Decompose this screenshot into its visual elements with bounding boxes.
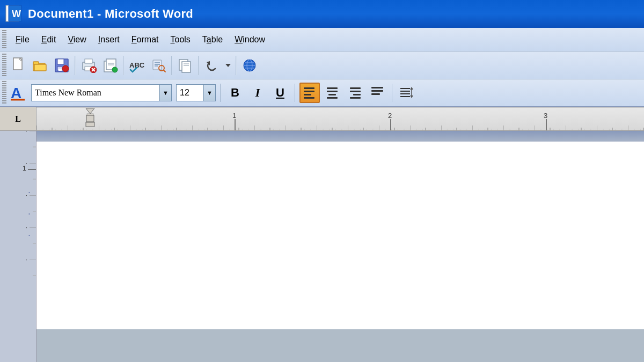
app-icon: W: [4, 4, 24, 24]
align-right-icon: [349, 87, 361, 99]
open-button[interactable]: [30, 55, 50, 76]
italic-icon: I: [255, 86, 260, 100]
font-size-dropdown-arrow[interactable]: ▼: [204, 84, 216, 101]
window-title: Document1 - Microsoft Word: [28, 7, 193, 21]
align-right-button[interactable]: [345, 83, 365, 103]
page-area: [36, 131, 644, 362]
standard-toolbar: ABC: [0, 51, 644, 79]
undo-dropdown[interactable]: [223, 55, 233, 76]
title-bar: W Document1 - Microsoft Word: [0, 0, 644, 28]
format-sep-1: [220, 84, 221, 102]
underline-icon: U: [276, 86, 284, 100]
svg-rect-8: [34, 64, 46, 71]
undo-button[interactable]: [202, 55, 222, 76]
svg-rect-46: [371, 90, 383, 92]
menu-edit[interactable]: Edit: [35, 32, 62, 47]
svg-rect-26: [153, 60, 162, 70]
justify-button[interactable]: [367, 83, 387, 103]
svg-marker-54: [410, 95, 413, 98]
horizontal-ruler: /* ruler ticks drawn via CSS background …: [36, 107, 644, 131]
format-toolbar-gripper: [2, 81, 6, 105]
underline-button[interactable]: U: [270, 83, 290, 103]
bold-icon: B: [231, 86, 239, 100]
vertical-ruler: · 1 · · ·: [0, 131, 36, 362]
toolbar-sep-1: [75, 56, 76, 75]
format-sep-3: [392, 84, 392, 102]
svg-rect-33: [182, 62, 191, 72]
align-left-icon: [304, 87, 316, 99]
svg-rect-47: [371, 93, 380, 95]
bold-button[interactable]: B: [225, 83, 245, 103]
menu-window[interactable]: Window: [229, 32, 271, 47]
svg-text:·: ·: [28, 187, 31, 197]
copy-format-button[interactable]: [175, 55, 195, 76]
svg-text:W: W: [12, 9, 21, 19]
save-button[interactable]: [52, 55, 72, 76]
menu-insert[interactable]: Insert: [92, 32, 126, 47]
svg-point-24: [112, 67, 118, 72]
italic-button[interactable]: I: [247, 83, 268, 103]
svg-text:1: 1: [23, 165, 26, 172]
format-toolbar: A Times New Roman ▼ 12 ▼ B I U: [0, 79, 644, 107]
spell-check-button[interactable]: ABC: [127, 55, 147, 76]
menu-tools[interactable]: Tools: [165, 32, 196, 47]
svg-text:·: ·: [28, 230, 31, 240]
svg-text:A: A: [11, 85, 21, 101]
format-sep-2: [295, 84, 295, 102]
align-center-button[interactable]: [322, 83, 342, 103]
toolbar-sep-3: [171, 56, 172, 75]
new-button[interactable]: [9, 55, 29, 76]
toolbar-sep-2: [123, 56, 124, 75]
svg-text:·: ·: [28, 208, 31, 219]
research-button[interactable]: [148, 55, 169, 76]
font-name-dropdown-arrow[interactable]: ▼: [160, 84, 172, 101]
web-button[interactable]: [239, 55, 260, 76]
print-button[interactable]: [78, 55, 99, 76]
svg-rect-70: [36, 107, 644, 131]
font-style-icon: A: [10, 83, 29, 102]
document-area: · 1 · · ·: [0, 131, 644, 362]
font-name-control: Times New Roman ▼: [31, 84, 172, 101]
menu-table[interactable]: Table: [196, 32, 229, 47]
svg-rect-10: [57, 59, 64, 64]
toolbar-sep-5: [236, 56, 237, 75]
line-spacing-button[interactable]: [397, 83, 417, 103]
svg-marker-53: [410, 87, 413, 90]
toolbar-sep-4: [198, 56, 199, 75]
menu-format[interactable]: Format: [126, 32, 165, 47]
align-center-icon: [326, 87, 338, 99]
ruler-corner[interactable]: L: [0, 107, 36, 131]
svg-marker-37: [225, 64, 231, 67]
svg-line-31: [164, 70, 165, 72]
toolbar-gripper: [2, 54, 6, 77]
align-left-button[interactable]: [299, 83, 320, 103]
page-header-shadow: [36, 131, 644, 142]
vertical-ruler-svg: · 1 · · ·: [0, 131, 36, 292]
svg-point-13: [62, 65, 69, 72]
ruler-ticks: /* ruler ticks drawn via CSS background …: [36, 107, 644, 131]
menu-view[interactable]: View: [62, 32, 92, 47]
svg-rect-74: [0, 131, 36, 292]
tab-marker: L: [15, 114, 21, 124]
document-page[interactable]: [36, 142, 644, 329]
ruler-container: L /* ruler ticks drawn via CSS backgroun…: [0, 107, 644, 131]
menu-gripper: [2, 30, 6, 49]
menu-bar: File Edit View Insert Format Tools Table…: [0, 28, 644, 51]
svg-rect-15: [85, 59, 92, 63]
svg-rect-12: [58, 69, 62, 71]
font-size-dropdown[interactable]: 12: [176, 84, 204, 101]
font-name-dropdown[interactable]: Times New Roman: [31, 84, 160, 101]
menu-file[interactable]: File: [10, 32, 35, 47]
svg-rect-45: [371, 87, 383, 88]
print-preview-button[interactable]: [100, 55, 120, 76]
font-size-control: 12 ▼: [176, 84, 216, 101]
